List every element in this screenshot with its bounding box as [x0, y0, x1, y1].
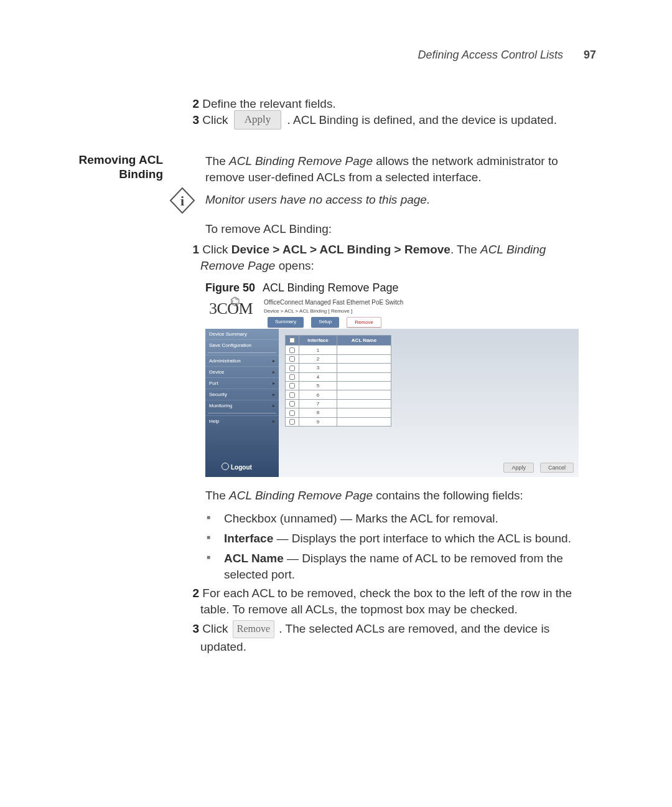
table-row: 8	[286, 408, 391, 417]
col-checkbox	[286, 336, 299, 346]
step-2-text: Define the relevant fields.	[202, 97, 335, 110]
row-checkbox[interactable]	[289, 401, 295, 407]
tab-bar: Summary Setup Remove	[268, 317, 381, 328]
row-checkbox[interactable]	[289, 392, 295, 398]
figure-label: Figure 50ACL Binding Remove Page	[205, 281, 399, 295]
side-heading: Removing ACL Binding	[51, 153, 163, 182]
chevron-right-icon: ▸	[273, 392, 275, 397]
note-monitor-users: Monitor users have no access to this pag…	[205, 192, 579, 208]
table-row: 7	[286, 399, 391, 408]
row-checkbox[interactable]	[289, 374, 295, 380]
sidebar: Device Summary Save Configuration Admini…	[205, 329, 279, 477]
step-number-2b: 2	[185, 585, 199, 602]
remove-button-chip: Remove	[233, 620, 274, 638]
3com-logo: 3COM	[209, 300, 253, 318]
col-interface: Interface	[299, 336, 337, 346]
acl-remove-table: Interface ACL Name 1 2 3 4 5 6 7 8 9	[285, 335, 391, 427]
bullet-interface: Interface — Displays the port interface …	[224, 531, 579, 547]
bullet-acl-name: ACL Name — Displays the name of ACL to b…	[224, 550, 579, 582]
col-acl-name: ACL Name	[337, 336, 391, 346]
logout-icon	[222, 463, 229, 470]
select-all-checkbox[interactable]	[289, 337, 295, 343]
row-checkbox[interactable]	[289, 356, 295, 362]
fields-intro: The ACL Binding Remove Page contains the…	[205, 489, 523, 503]
chevron-right-icon: ▸	[273, 358, 275, 364]
sidebar-item-port[interactable]: Port▸	[205, 377, 279, 389]
chevron-right-icon: ▸	[273, 380, 275, 386]
sidebar-item-help[interactable]: Help▸	[205, 415, 279, 427]
logout-button[interactable]: Logout	[222, 462, 252, 471]
table-row: 1	[286, 346, 391, 354]
step-number-3: 3	[185, 113, 199, 128]
end-step-2: 2 For each ACL to be removed, check the …	[200, 585, 586, 617]
table-row: 5	[286, 381, 391, 390]
sidebar-item-security[interactable]: Security▸	[205, 389, 279, 400]
apply-button-chip: Apply	[234, 110, 282, 130]
content-pane: Interface ACL Name 1 2 3 4 5 6 7 8 9 App…	[279, 329, 579, 477]
sidebar-item-monitoring[interactable]: Monitoring▸	[205, 400, 279, 411]
section-title: Defining Access Control Lists	[418, 49, 563, 61]
chevron-right-icon: ▸	[273, 369, 275, 375]
table-row: 2	[286, 354, 391, 363]
step-number-2: 2	[185, 97, 199, 112]
running-header: Defining Access Control Lists 97	[418, 49, 596, 62]
product-name: OfficeConnect Managed Fast Ethernet PoE …	[264, 299, 403, 306]
step-number-1: 1	[185, 242, 199, 258]
tab-remove[interactable]: Remove	[347, 317, 381, 328]
screenshot-acl-binding-remove: ⌬ 3COM OfficeConnect Managed Fast Ethern…	[205, 295, 579, 477]
sidebar-item-administration[interactable]: Administration▸	[205, 355, 279, 366]
step-number-3b: 3	[185, 621, 199, 637]
para-to-remove: To remove ACL Binding:	[205, 221, 332, 237]
sidebar-item-device[interactable]: Device▸	[205, 366, 279, 377]
end-step-3: 3 Click Remove . The selected ACLs are r…	[200, 621, 586, 654]
sidebar-item-save-config[interactable]: Save Configuration	[205, 339, 279, 351]
page-number: 97	[584, 49, 596, 61]
table-row: 9	[286, 417, 391, 426]
tab-setup[interactable]: Setup	[311, 317, 339, 328]
row-checkbox[interactable]	[289, 419, 295, 425]
row-checkbox[interactable]	[289, 366, 295, 371]
apply-button[interactable]: Apply	[503, 463, 534, 473]
step-1: 1 Click Device > ACL > ACL Binding > Rem…	[200, 242, 585, 273]
breadcrumb: Device > ACL > ACL Binding [ Remove ]	[264, 308, 352, 314]
step-3-post: . ACL Binding is defined, and the device…	[287, 113, 557, 126]
step-3-pre: Click	[202, 113, 228, 126]
tab-summary[interactable]: Summary	[268, 317, 304, 328]
table-row: 6	[286, 390, 391, 399]
row-checkbox[interactable]	[289, 410, 295, 416]
para-acl-remove-intro: The ACL Binding Remove Page allows the n…	[205, 153, 579, 185]
table-row: 4	[286, 372, 391, 381]
table-row: 3	[286, 364, 391, 372]
svg-text:i: i	[180, 193, 184, 209]
cancel-button[interactable]: Cancel	[540, 463, 574, 473]
info-icon: i	[169, 187, 195, 214]
sidebar-item-device-summary[interactable]: Device Summary	[205, 329, 279, 339]
row-checkbox[interactable]	[289, 383, 295, 389]
chevron-right-icon: ▸	[273, 418, 275, 424]
row-checkbox[interactable]	[289, 347, 295, 353]
chevron-right-icon: ▸	[273, 403, 275, 408]
bullet-checkbox: Checkbox (unnamed) — Marks the ACL for r…	[224, 511, 579, 527]
